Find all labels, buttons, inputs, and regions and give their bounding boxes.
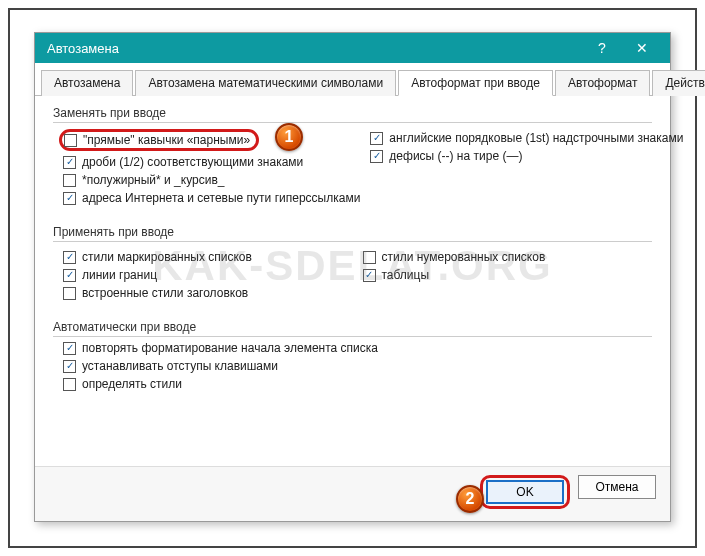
- row-number-styles: стили нумерованных списков: [363, 250, 653, 264]
- tab-autoformat-typing[interactable]: Автоформат при вводе: [398, 70, 553, 96]
- row-bold-italic: *полужирный* и _курсив_: [63, 173, 360, 187]
- label-bold-italic: *полужирный* и _курсив_: [82, 173, 224, 187]
- row-hyperlinks: адреса Интернета и сетевые пути гиперссы…: [63, 191, 360, 205]
- group-auto-title: Автоматически при вводе: [53, 320, 652, 337]
- row-bullet-styles: стили маркированных списков: [63, 250, 353, 264]
- close-button[interactable]: ✕: [622, 33, 662, 63]
- row-border-lines: линии границ: [63, 268, 353, 282]
- checkbox-smart-quotes[interactable]: [64, 134, 77, 147]
- titlebar: Автозамена ? ✕: [35, 33, 670, 63]
- step-badge-2: 2: [456, 485, 484, 513]
- window-title: Автозамена: [47, 41, 582, 56]
- tab-actions[interactable]: Действия: [652, 70, 705, 96]
- tab-strip: Автозамена Автозамена математическими си…: [35, 63, 670, 96]
- group-replace: Заменять при вводе "прямые" кавычки «пар…: [53, 106, 652, 209]
- row-set-indents: устанавливать отступы клавишами: [63, 359, 652, 373]
- checkbox-bold-italic[interactable]: [63, 174, 76, 187]
- label-define-styles: определять стили: [82, 377, 182, 391]
- help-button[interactable]: ?: [582, 33, 622, 63]
- checkbox-number-styles[interactable]: [363, 251, 376, 264]
- ok-button[interactable]: OK: [486, 480, 564, 504]
- label-border-lines: линии границ: [82, 268, 157, 282]
- label-heading-styles: встроенные стили заголовков: [82, 286, 248, 300]
- group-apply: Применять при вводе стили маркированных …: [53, 225, 652, 304]
- cancel-button[interactable]: Отмена: [578, 475, 656, 499]
- autocorrect-dialog: Автозамена ? ✕ Автозамена Автозамена мат…: [34, 32, 671, 522]
- label-bullet-styles: стили маркированных списков: [82, 250, 252, 264]
- group-replace-title: Заменять при вводе: [53, 106, 652, 123]
- row-tables: таблицы: [363, 268, 653, 282]
- step-badge-1: 1: [275, 123, 303, 151]
- checkbox-border-lines[interactable]: [63, 269, 76, 282]
- checkbox-bullet-styles[interactable]: [63, 251, 76, 264]
- tab-autocorrect[interactable]: Автозамена: [41, 70, 133, 96]
- checkbox-fractions[interactable]: [63, 156, 76, 169]
- checkbox-heading-styles[interactable]: [63, 287, 76, 300]
- label-ordinals: английские порядковые (1st) надстрочными…: [389, 131, 683, 145]
- label-set-indents: устанавливать отступы клавишами: [82, 359, 278, 373]
- label-repeat-format: повторять форматирование начала элемента…: [82, 341, 378, 355]
- checkbox-set-indents[interactable]: [63, 360, 76, 373]
- group-apply-title: Применять при вводе: [53, 225, 652, 242]
- dialog-content: KAK-SDELAT.ORG Заменять при вводе "прямы…: [35, 96, 670, 466]
- label-hyphens: дефисы (--) на тире (—): [389, 149, 522, 163]
- label-tables: таблицы: [382, 268, 430, 282]
- row-hyphens: дефисы (--) на тире (—): [370, 149, 683, 163]
- row-fractions: дроби (1/2) соответствующими знаками: [63, 155, 360, 169]
- highlight-smart-quotes: "прямые" кавычки «парными»: [59, 129, 259, 151]
- label-fractions: дроби (1/2) соответствующими знаками: [82, 155, 303, 169]
- highlight-ok: OK: [480, 475, 570, 509]
- row-heading-styles: встроенные стили заголовков: [63, 286, 353, 300]
- checkbox-define-styles[interactable]: [63, 378, 76, 391]
- checkbox-repeat-format[interactable]: [63, 342, 76, 355]
- checkbox-hyperlinks[interactable]: [63, 192, 76, 205]
- label-number-styles: стили нумерованных списков: [382, 250, 546, 264]
- button-row: 2 OK Отмена: [35, 466, 670, 521]
- checkbox-ordinals[interactable]: [370, 132, 383, 145]
- group-auto: Автоматически при вводе повторять формат…: [53, 320, 652, 391]
- label-hyperlinks: адреса Интернета и сетевые пути гиперссы…: [82, 191, 360, 205]
- tab-autoformat[interactable]: Автоформат: [555, 70, 651, 96]
- row-repeat-format: повторять форматирование начала элемента…: [63, 341, 652, 355]
- checkbox-hyphens[interactable]: [370, 150, 383, 163]
- label-smart-quotes: "прямые" кавычки «парными»: [83, 133, 250, 147]
- checkbox-tables[interactable]: [363, 269, 376, 282]
- row-ordinals: английские порядковые (1st) надстрочными…: [370, 131, 683, 145]
- screenshot-frame: Автозамена ? ✕ Автозамена Автозамена мат…: [8, 8, 697, 548]
- tab-math-autocorrect[interactable]: Автозамена математическими символами: [135, 70, 396, 96]
- row-define-styles: определять стили: [63, 377, 652, 391]
